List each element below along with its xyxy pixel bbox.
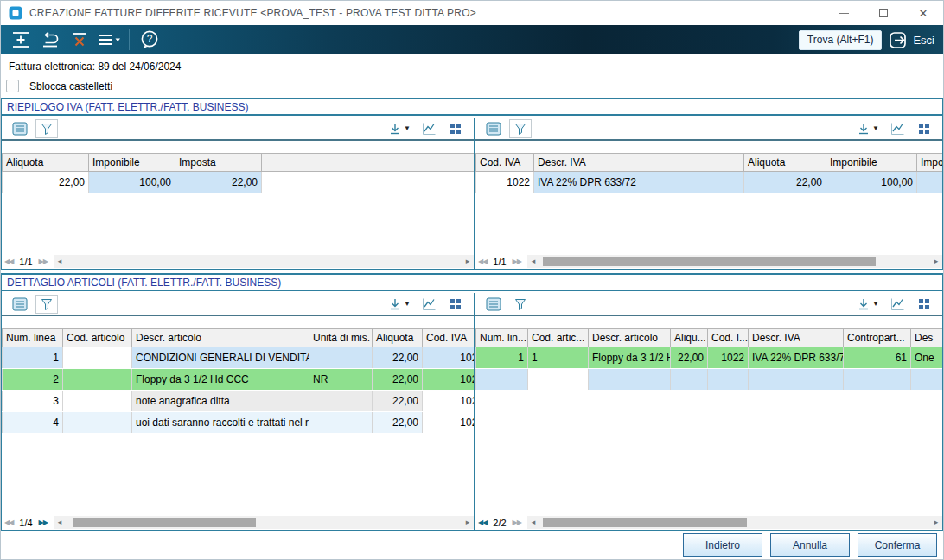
- cell[interactable]: [476, 369, 528, 391]
- scrollbar-track[interactable]: [66, 516, 462, 529]
- scroll-left-button[interactable]: ◂: [54, 255, 66, 268]
- chart-button[interactable]: [418, 119, 440, 138]
- scrollbar-track[interactable]: [66, 255, 462, 268]
- conferma-button[interactable]: Conferma: [858, 533, 937, 557]
- add-row-button[interactable]: [6, 27, 35, 53]
- col-aliquota[interactable]: Aliquota: [744, 154, 826, 172]
- cell[interactable]: [749, 369, 844, 391]
- h-scrollbar[interactable]: ◂ ▸: [527, 516, 942, 529]
- cell[interactable]: [708, 369, 749, 391]
- scrollbar-thumb[interactable]: [73, 518, 256, 527]
- cell[interactable]: 1022: [423, 412, 475, 434]
- col-cod-iva[interactable]: Cod. I...: [708, 329, 749, 347]
- cell[interactable]: 22,00: [373, 412, 423, 434]
- col-num-linea[interactable]: Num. lin...: [476, 329, 528, 347]
- col-imposta[interactable]: Imposta: [917, 154, 943, 172]
- cell[interactable]: CONDIZIONI GENERALI DI VENDITA: ...: [132, 347, 309, 369]
- col-num-linea[interactable]: Num. linea: [3, 329, 63, 347]
- chart-button[interactable]: [418, 295, 440, 314]
- cell[interactable]: 61: [844, 347, 911, 369]
- cell[interactable]: 1022: [476, 172, 534, 194]
- col-unita[interactable]: Unità di mis.: [309, 329, 373, 347]
- scrollbar-track[interactable]: [539, 255, 930, 268]
- first-page-button[interactable]: ◀◀: [475, 516, 489, 529]
- col-des[interactable]: Des: [911, 329, 943, 347]
- scroll-left-button[interactable]: ◂: [527, 255, 539, 268]
- col-contropartita[interactable]: Contropart...: [844, 329, 911, 347]
- col-descr-iva[interactable]: Descr. IVA: [534, 154, 744, 172]
- grid-view-button[interactable]: [913, 295, 935, 314]
- filter-button[interactable]: [35, 119, 58, 138]
- col-descr-articolo[interactable]: Descr. articolo: [132, 329, 309, 347]
- export-button[interactable]: ▼: [854, 295, 882, 314]
- col-aliquota[interactable]: Aliquota: [3, 154, 89, 172]
- annulla-button[interactable]: Annulla: [770, 533, 850, 557]
- cell[interactable]: [309, 347, 373, 369]
- scroll-left-button[interactable]: ◂: [527, 516, 539, 529]
- cell[interactable]: [844, 369, 911, 391]
- scroll-right-button[interactable]: ▸: [462, 255, 474, 268]
- cell[interactable]: 1: [476, 347, 528, 369]
- col-cod-articolo[interactable]: Cod. articolo: [63, 329, 132, 347]
- card-view-button[interactable]: [482, 295, 505, 314]
- chart-button[interactable]: [886, 295, 909, 314]
- filter-button[interactable]: [509, 295, 532, 314]
- cell[interactable]: 3: [3, 391, 63, 412]
- help-button[interactable]: ?: [135, 27, 164, 53]
- h-scrollbar[interactable]: ◂ ▸: [54, 516, 474, 529]
- cell[interactable]: 4: [3, 412, 63, 434]
- export-button[interactable]: ▼: [386, 295, 413, 314]
- delete-row-button[interactable]: [65, 27, 94, 53]
- col-cod-iva[interactable]: Cod. IVA: [476, 154, 534, 172]
- scroll-right-button[interactable]: ▸: [462, 516, 474, 529]
- export-button[interactable]: ▼: [386, 119, 413, 138]
- col-descr-articolo[interactable]: Descr. articolo: [589, 329, 671, 347]
- trova-button[interactable]: Trova (Alt+F1): [799, 30, 883, 50]
- cell[interactable]: IVA 22% DPR 633/72: [749, 347, 844, 369]
- cell[interactable]: 1022: [423, 369, 475, 391]
- grid-view-button[interactable]: [444, 119, 467, 138]
- cell[interactable]: [262, 172, 475, 194]
- cell[interactable]: [63, 369, 132, 391]
- filter-button[interactable]: [35, 295, 58, 314]
- cell[interactable]: 1: [3, 347, 63, 369]
- last-page-button[interactable]: ▶▶: [36, 516, 50, 529]
- cell[interactable]: note anagrafica ditta: [132, 391, 309, 412]
- cell[interactable]: 22,00: [373, 391, 423, 412]
- cell[interactable]: 1: [528, 347, 589, 369]
- cell[interactable]: 1022: [708, 347, 749, 369]
- first-page-button[interactable]: ◀◀: [475, 255, 489, 268]
- card-view-button[interactable]: [9, 119, 31, 138]
- card-view-button[interactable]: [9, 295, 31, 314]
- last-page-button[interactable]: ▶▶: [36, 255, 50, 268]
- scrollbar-track[interactable]: [539, 516, 930, 529]
- cell[interactable]: IVA 22% DPR 633/72: [534, 172, 744, 194]
- close-button[interactable]: ✕: [903, 1, 943, 25]
- cell[interactable]: 22,00: [744, 172, 826, 194]
- cell[interactable]: 100,00: [826, 172, 917, 194]
- first-page-button[interactable]: ◀◀: [2, 516, 16, 529]
- cell-edit[interactable]: [528, 369, 589, 391]
- grid-view-button[interactable]: [444, 295, 467, 314]
- sblocca-row[interactable]: Sblocca castelletti: [6, 80, 112, 92]
- cell[interactable]: uoi dati saranno raccolti e trattati nel…: [132, 412, 309, 434]
- card-view-button[interactable]: [482, 119, 505, 138]
- sblocca-checkbox[interactable]: [6, 80, 19, 92]
- scrollbar-thumb[interactable]: [543, 257, 875, 266]
- col-imponibile[interactable]: Imponibile: [89, 154, 175, 172]
- cell[interactable]: [309, 391, 373, 412]
- h-scrollbar[interactable]: ◂ ▸: [54, 255, 474, 268]
- esci-button[interactable]: Esci: [889, 31, 938, 49]
- cell[interactable]: 1022: [423, 391, 475, 412]
- cell[interactable]: [309, 412, 373, 434]
- cell[interactable]: NR: [309, 369, 373, 391]
- scroll-right-button[interactable]: ▸: [930, 255, 942, 268]
- export-button[interactable]: ▼: [854, 119, 882, 138]
- cell[interactable]: [63, 347, 132, 369]
- minimize-button[interactable]: [824, 1, 864, 25]
- filter-button[interactable]: [509, 119, 532, 138]
- col-imposta[interactable]: Imposta: [175, 154, 262, 172]
- cell[interactable]: 22,00: [175, 172, 262, 194]
- indietro-button[interactable]: Indietro: [683, 533, 762, 557]
- cell[interactable]: 22,00: [373, 369, 423, 391]
